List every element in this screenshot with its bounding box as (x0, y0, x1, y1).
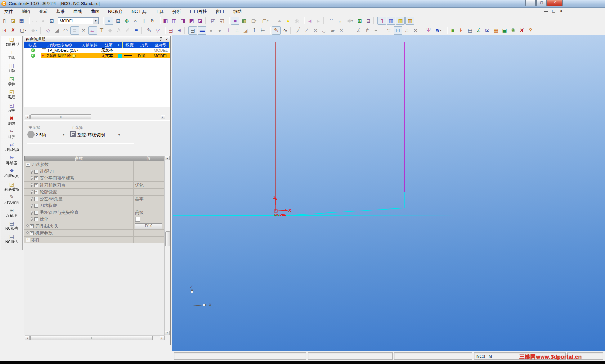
zoom-in-icon[interactable]: ⊕ (123, 17, 131, 24)
select-window-icon[interactable]: ⊡ (0, 27, 8, 34)
add-document-icon[interactable]: ⊞ (356, 17, 364, 24)
zoom-window-icon[interactable]: ⊞ (114, 17, 122, 24)
back-view-cube-icon[interactable]: ◪ (196, 17, 204, 24)
file-combo[interactable]: MODEL▾ (58, 17, 99, 24)
dot-marker-icon[interactable]: ● (216, 27, 224, 34)
parameter-row[interactable]: +安全平面和坐标系 (24, 175, 164, 182)
pin-note-icon[interactable]: ⊥ (224, 27, 232, 34)
solid-wedge-icon[interactable]: ◢ (242, 27, 250, 34)
menu-item-基准[interactable]: 基准 (52, 9, 69, 14)
chevron-down-icon[interactable]: ▾ (118, 133, 120, 136)
expand-icon[interactable]: + (34, 170, 38, 174)
color-grid-icon[interactable]: ▦ (492, 27, 500, 34)
pin-icon[interactable] (159, 37, 162, 41)
chevron-down-icon[interactable]: ▾ (63, 133, 64, 136)
scroll-right-icon[interactable]: ► (161, 115, 165, 119)
column-header-线宽[interactable]: 线宽 (123, 42, 136, 48)
color-swatch[interactable] (118, 54, 122, 58)
parameters-horizontal-scrollbar[interactable]: ◄ ► (25, 335, 165, 340)
magnifier-icon[interactable]: ○ (131, 17, 139, 24)
expand-icon[interactable]: + (34, 204, 38, 208)
parameter-row[interactable]: +优化 (24, 216, 164, 223)
parameter-row[interactable]: −刀路参数 (24, 161, 164, 168)
menu-item-窗口[interactable]: 窗口 (211, 9, 229, 14)
tool-button[interactable]: D10 (135, 223, 162, 229)
checkbox[interactable] (135, 217, 140, 222)
close-icon[interactable]: ✕ (165, 37, 169, 41)
normal-tool-icon[interactable]: ↱ (363, 27, 371, 34)
sidebar-item-零件[interactable]: ◳零件 (1, 76, 22, 89)
menu-item-分析[interactable]: 分析 (168, 9, 185, 14)
parameter-row[interactable]: +刀路轨迹 (24, 202, 164, 209)
plane-stack-icon[interactable]: ≋▾ (433, 27, 444, 34)
line-tool-icon[interactable]: ╱ (294, 27, 302, 34)
filter-funnel-icon[interactable]: ▽ (154, 27, 162, 34)
iso-view-cube-icon[interactable]: ◧ (162, 17, 170, 24)
angle-tool-icon[interactable]: ∠ (355, 27, 363, 34)
data-table-icon[interactable]: ⊞ (175, 27, 183, 34)
parameter-row[interactable]: +刀具&&夹头D10 (24, 223, 164, 230)
expand-icon[interactable]: + (34, 183, 38, 187)
parameters-vertical-scrollbar[interactable]: ▲ ▼ (165, 156, 170, 335)
table-row[interactable]: ✔−TP_MODEL (2.5无文本MODEL (24, 48, 170, 53)
sidebar-item-刀轨过滤[interactable]: ⇄刀轨过滤 (1, 141, 22, 154)
snap-tool-icon[interactable]: ⌖ (372, 27, 380, 34)
menu-item-NC工具[interactable]: NC工具 (127, 9, 151, 14)
sidebar-item-毛坯[interactable]: ◱毛坯 (1, 89, 22, 102)
parameter-row[interactable]: +进/退刀 (24, 168, 164, 175)
sidebar-item-读取模型[interactable]: ◰读取模型 (1, 36, 22, 49)
help-icon[interactable]: ? (526, 27, 534, 34)
ucs-psi-icon[interactable]: Ψ (425, 27, 433, 34)
column-header-C[interactable]: C (117, 42, 123, 48)
next-view-icon[interactable]: ► (314, 17, 322, 24)
arc-tool-icon[interactable]: ◡ (320, 27, 328, 34)
parameter-row[interactable]: +进刀和退刀点优化 (24, 182, 164, 189)
program-horizontal-scrollbar[interactable]: ◄ ► (25, 114, 165, 119)
scroll-thumb[interactable] (30, 336, 153, 340)
sidebar-item-剩余毛坯[interactable]: ◲剩余毛坯 (1, 181, 22, 194)
camera-view-icon[interactable]: ◱ (218, 17, 226, 24)
sidebar-item-NC报告[interactable]: ▤NC报告 (1, 233, 22, 247)
menu-item-查看[interactable]: 查看 (35, 9, 52, 14)
sidebar-item-刀具[interactable]: ⊤刀具 (1, 49, 22, 63)
expand-icon[interactable]: − (42, 48, 46, 52)
scroll-thumb[interactable] (30, 114, 91, 119)
xyz-point-icon[interactable]: ∵ (385, 27, 393, 34)
pen-box-icon[interactable]: ▯ (377, 17, 386, 25)
rename-text-icon[interactable]: A (115, 27, 123, 34)
table-row[interactable]: ✔►2.5轴-型腔-环无文本D10MODEL (24, 53, 170, 58)
process-tree-icon[interactable]: ⊦ (457, 27, 465, 34)
menu-item-编辑[interactable]: 编辑 (17, 9, 35, 14)
tack-entity-icon[interactable]: ⊤ (98, 27, 106, 34)
column-header-刀轨/程序名称[interactable]: 刀轨/程序名称 (41, 42, 78, 48)
sidebar-item-删除[interactable]: ✖删除 (1, 115, 22, 128)
boxed-point-icon[interactable]: ⊡ (394, 26, 402, 35)
scroll-up-icon[interactable]: ▲ (165, 156, 170, 160)
sketch-edit-icon[interactable]: ✎ (272, 26, 281, 35)
polyline-pick-icon[interactable]: ∿ (281, 27, 289, 34)
pick-curve-icon[interactable]: ✎ (145, 27, 153, 34)
expand-icon[interactable]: + (34, 217, 38, 221)
main-selection-value[interactable]: 2.5轴 (36, 132, 46, 138)
angle-measure-icon[interactable]: ∠ (475, 27, 483, 34)
sidebar-item-后处理[interactable]: ⊞后处理 (1, 207, 22, 220)
view-state-icon[interactable]: ◰ (209, 17, 217, 24)
sidebar-item-刀轨编辑[interactable]: ✎刀轨编辑 (1, 194, 22, 207)
show-all-icon[interactable]: ✕ (80, 27, 88, 34)
chevron-down-icon[interactable]: ▾ (93, 18, 98, 24)
mdi-close-button[interactable]: ✕ (558, 8, 565, 14)
entity-list-icon[interactable]: ⊟ (364, 17, 372, 24)
column-header-刀具[interactable]: 刀具 (136, 42, 152, 48)
bulb-pen-box-icon[interactable]: ▥ (396, 17, 405, 25)
sidebar-item-机床仿真[interactable]: ❖机床仿真 (1, 167, 22, 181)
expand-icon[interactable]: + (30, 224, 34, 228)
minimize-button[interactable]: — (525, 0, 536, 6)
side-view-cube-icon[interactable]: ◩ (188, 17, 196, 24)
xyz-label-icon[interactable]: ∴ (403, 27, 411, 34)
sidebar-item-导航器[interactable]: ✳导航器 (1, 154, 22, 168)
scroll-thumb[interactable] (165, 231, 170, 246)
expand-icon[interactable]: + (34, 211, 38, 215)
column-header-刀轴倾斜[interactable]: 刀轴倾斜 (78, 42, 101, 48)
menu-item-曲线[interactable]: 曲线 (69, 9, 86, 14)
open-folder-icon[interactable]: ◪ (9, 17, 17, 24)
